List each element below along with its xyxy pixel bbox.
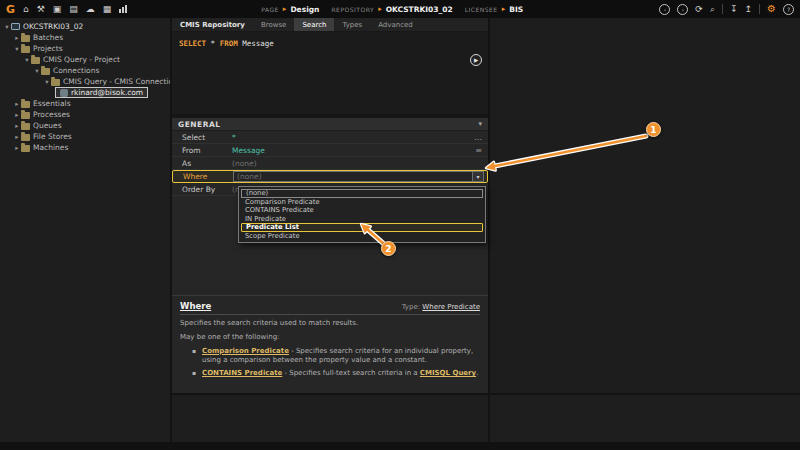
bottom-empty-panel xyxy=(172,395,800,442)
bullet-icon: ▪ xyxy=(192,347,196,355)
dropdown-option-in-predicate[interactable]: IN Predicate xyxy=(241,215,483,224)
tab-bar: CMIS Repository Browse Search Types Adva… xyxy=(172,18,488,32)
contains-predicate-link[interactable]: CONTAINS Predicate xyxy=(202,369,282,377)
caret-closed-icon[interactable]: ▸ xyxy=(13,133,21,141)
collapse-icon[interactable]: ▾ xyxy=(478,120,482,128)
app-window: G ⌂ ⚒ ▣ ▤ ☁ ▦ PAGE ▸ Design REPOSITORY ▸… xyxy=(0,0,800,450)
bullet-icon: ▪ xyxy=(192,369,196,377)
caret-open-icon[interactable]: ▾ xyxy=(43,78,51,86)
repository-value[interactable]: OKCSTRKI03_02 xyxy=(386,5,453,14)
selected-tree-node[interactable]: rkinard@bisok.com xyxy=(55,87,148,98)
tree-item-essentials[interactable]: ▸ Essentials xyxy=(0,98,170,109)
type-label: Type: xyxy=(402,303,420,311)
property-value[interactable]: Message xyxy=(232,146,472,155)
menu-icon[interactable]: ≡ xyxy=(472,146,485,155)
caret-open-icon[interactable]: ▾ xyxy=(23,56,31,64)
caret-open-icon[interactable]: ▾ xyxy=(3,23,11,31)
tree-item-projects[interactable]: ▾ Projects xyxy=(0,43,170,54)
tree-item-connections[interactable]: ▾ Connections xyxy=(0,65,170,76)
tree-item-queues[interactable]: ▸ Queues xyxy=(0,120,170,131)
tree-item-file-stores[interactable]: ▸ File Stores xyxy=(0,131,170,142)
cloud-icon[interactable]: ☁ xyxy=(86,5,95,14)
chart-icon[interactable] xyxy=(119,5,127,13)
tree-item-label: OKCSTRKI03_02 xyxy=(23,22,83,31)
licensee-value[interactable]: BIS xyxy=(509,5,523,14)
property-value[interactable]: (none) xyxy=(232,159,485,168)
dropdown-option-predicate-list[interactable]: Predicate List xyxy=(241,223,483,232)
caret-open-icon[interactable]: ▾ xyxy=(33,67,41,75)
tree-item-label: Projects xyxy=(33,44,63,53)
caret-open-icon[interactable]: ▾ xyxy=(13,45,21,53)
tree-item-root[interactable]: ▾ OKCSTRKI03_02 xyxy=(0,21,170,32)
tree-item-rkinard-selected[interactable]: rkinard@bisok.com xyxy=(0,87,170,98)
breadcrumb-licensee: LICENSEE ▸ BIS xyxy=(465,5,523,14)
storage-icon[interactable]: ▤ xyxy=(69,5,78,14)
page-value[interactable]: Design xyxy=(290,5,319,14)
refresh-icon[interactable]: ⟳ xyxy=(695,5,703,14)
execute-query-button[interactable]: ▶ xyxy=(470,54,482,66)
folder-icon xyxy=(21,35,30,42)
tab-types[interactable]: Types xyxy=(334,18,370,31)
dropdown-option-comparison-predicate[interactable]: Comparison Predicate xyxy=(241,198,483,207)
sql-identifier: Message xyxy=(242,39,274,48)
upload-icon[interactable]: ↥ xyxy=(744,5,752,14)
property-row-where[interactable]: Where (none) ▾ xyxy=(172,170,488,183)
where-type-dropdown: (none) Comparison Predicate CONTAINS Pre… xyxy=(238,186,486,243)
folder-icon xyxy=(21,134,30,141)
property-value[interactable]: * xyxy=(232,133,471,142)
tab-advanced[interactable]: Advanced xyxy=(370,18,421,31)
property-label: Select xyxy=(172,133,232,142)
media-icon[interactable]: ▦ xyxy=(103,5,112,14)
dropdown-option-scope-predicate[interactable]: Scope Predicate xyxy=(241,232,483,241)
folder-icon xyxy=(21,46,30,53)
repository-machine-icon xyxy=(11,23,20,30)
section-header-general[interactable]: GENERAL ▾ xyxy=(172,118,488,131)
nav-forward-icon[interactable]: › xyxy=(677,4,688,15)
cmisql-query-link[interactable]: CMISQL Query xyxy=(420,369,476,377)
annotation-step-1: 1 xyxy=(646,122,661,137)
breadcrumb-repository: REPOSITORY ▸ OKCSTRKI03_02 xyxy=(331,5,452,14)
tools-icon[interactable]: ⚒ xyxy=(37,5,45,14)
property-label: Where xyxy=(173,172,233,181)
query-text: SELECT * FROM Message xyxy=(179,39,274,48)
help-type: Type: Where Predicate xyxy=(402,303,480,311)
nav-back-icon[interactable]: ‹ xyxy=(659,4,670,15)
tab-search[interactable]: Search xyxy=(294,18,334,31)
dropdown-option-contains-predicate[interactable]: CONTAINS Predicate xyxy=(241,206,483,215)
caret-closed-icon[interactable]: ▸ xyxy=(13,111,21,119)
search-icon[interactable]: ⌕ xyxy=(710,5,715,14)
help-icon[interactable]: ? xyxy=(783,4,794,15)
dropdown-option-none[interactable]: (none) xyxy=(241,189,483,198)
tree-item-label: CMIS Query - Project xyxy=(43,55,120,64)
tree-item-label: Queues xyxy=(33,121,62,130)
home-icon[interactable]: ⌂ xyxy=(23,5,29,14)
download-icon[interactable]: ↧ xyxy=(730,5,738,14)
folder-icon xyxy=(21,101,30,108)
section-title: GENERAL xyxy=(178,120,221,129)
tab-browse[interactable]: Browse xyxy=(253,18,295,31)
batches-icon[interactable]: ▣ xyxy=(53,5,62,14)
where-value-editor[interactable]: (none) xyxy=(233,171,473,182)
caret-closed-icon[interactable]: ▸ xyxy=(13,144,21,152)
tree-item-batches[interactable]: ▸ Batches xyxy=(0,32,170,43)
where-predicate-link[interactable]: Where Predicate xyxy=(422,303,480,311)
query-editor[interactable]: SELECT * FROM Message ▶ xyxy=(172,32,488,114)
app-logo[interactable]: G xyxy=(6,3,15,16)
ellipsis-icon[interactable]: … xyxy=(471,133,485,142)
caret-closed-icon[interactable]: ▸ xyxy=(13,34,21,42)
bottom-panel-divider xyxy=(488,395,490,442)
chevron-down-icon: ▾ xyxy=(476,173,479,180)
caret-closed-icon[interactable]: ▸ xyxy=(13,100,21,108)
comparison-predicate-link[interactable]: Comparison Predicate xyxy=(202,347,289,355)
tree-item-machines[interactable]: ▸ Machines xyxy=(0,142,170,153)
where-dropdown-button[interactable]: ▾ xyxy=(473,171,484,182)
property-row-select[interactable]: Select * … xyxy=(172,131,488,144)
tree-item-cmis-query-project[interactable]: ▾ CMIS Query - Project xyxy=(0,54,170,65)
tree-item-cmis-connection[interactable]: ▾ CMIS Query - CMIS Connection xyxy=(0,76,170,87)
caret-closed-icon[interactable]: ▸ xyxy=(13,122,21,130)
help-title: Where xyxy=(180,301,211,311)
property-row-from[interactable]: From Message ≡ xyxy=(172,144,488,157)
property-row-as[interactable]: As (none) xyxy=(172,157,488,170)
gear-icon[interactable]: ⚙ xyxy=(767,4,776,14)
tree-item-processes[interactable]: ▸ Processes xyxy=(0,109,170,120)
